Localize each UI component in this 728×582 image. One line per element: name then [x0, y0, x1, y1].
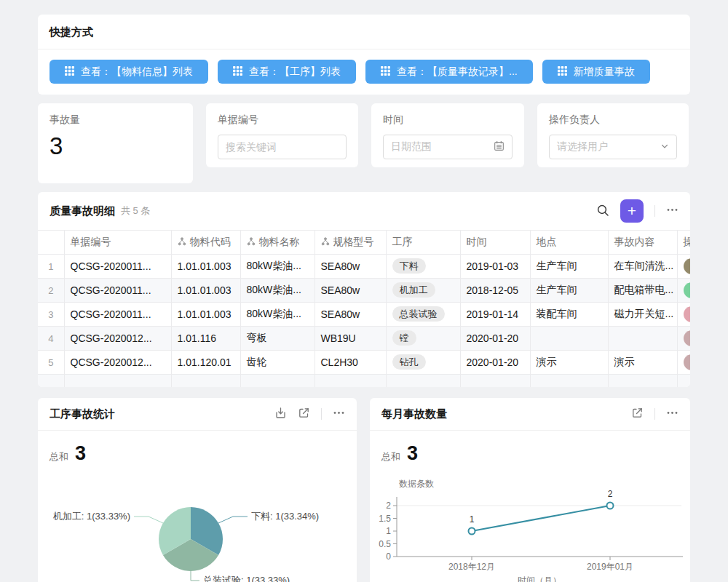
- cell-material-name: 80kW柴油...: [240, 303, 314, 327]
- shortcut-label: 查看：【质量事故记录】...: [397, 65, 518, 79]
- column-header[interactable]: 规格型号: [314, 231, 386, 255]
- cell-date: 2020-01-20: [460, 327, 530, 351]
- empty-cell: [386, 375, 460, 388]
- table-row[interactable]: 1QCSG-2020011...1.01.01.00380kW柴油...SEA8…: [38, 255, 690, 279]
- cell-place: 生产车间: [530, 255, 608, 279]
- table-more-button[interactable]: [666, 204, 678, 218]
- external-link-icon: [298, 407, 310, 421]
- add-record-button[interactable]: +: [620, 199, 644, 223]
- row-number: 5: [38, 351, 64, 375]
- column-header[interactable]: 物料名称: [240, 231, 314, 255]
- pie-leader-line: [134, 517, 163, 523]
- column-header[interactable]: 地点: [530, 231, 608, 255]
- table-row[interactable]: 5QCSG-2020012...1.01.120.01齿轮CL2H30钻孔202…: [38, 351, 690, 375]
- process-tag: 镗: [392, 330, 416, 346]
- operator-select[interactable]: 请选择用户: [549, 135, 677, 159]
- shortcuts-card: 快捷方式 查看：【物料信息】列表 查看：【工序】列表 查看：【质量事故记录】..…: [38, 15, 690, 95]
- pie-leader-line: [218, 517, 248, 523]
- ellipsis-icon: [333, 407, 345, 421]
- cell-operator: [677, 351, 690, 375]
- x-axis-title: 时间（月）: [518, 575, 561, 582]
- avatar: [684, 354, 691, 370]
- doc-no-search-input[interactable]: [226, 141, 339, 153]
- cell-operator: [677, 279, 690, 303]
- empty-cell: [240, 375, 314, 388]
- data-line: [472, 506, 610, 531]
- cell-content: 配电箱带电...: [608, 279, 677, 303]
- avatar: [684, 330, 691, 346]
- line-more-button[interactable]: [666, 407, 678, 421]
- cell-process: 下料: [386, 255, 460, 279]
- external-link-icon: [631, 407, 644, 421]
- grid-icon: [558, 66, 567, 78]
- divider: [654, 408, 655, 420]
- search-icon: [596, 204, 609, 219]
- table-row[interactable]: 3QCSG-2020011...1.01.01.00380kW柴油...SEA8…: [38, 303, 690, 327]
- pie-label-jijiagong: 机加工: 1(33.33%): [53, 511, 130, 522]
- column-header[interactable]: 单据编号: [64, 231, 171, 255]
- line-total-value: 3: [407, 442, 418, 465]
- empty-row: [38, 375, 690, 388]
- divider: [321, 408, 322, 420]
- divider: [654, 205, 655, 217]
- shortcut-view-material-list-button[interactable]: 查看：【物料信息】列表: [50, 60, 208, 84]
- open-in-new-button[interactable]: [631, 407, 644, 421]
- shortcut-view-process-list-button[interactable]: 查看：【工序】列表: [218, 60, 356, 84]
- cell-place: 演示: [530, 351, 608, 375]
- pie-chart-title: 工序事故统计: [50, 407, 115, 421]
- empty-cell: [608, 375, 677, 388]
- cell-material-code: 1.01.120.01: [171, 351, 240, 375]
- time-filter-label: 时间: [371, 103, 524, 127]
- download-button[interactable]: [274, 407, 287, 421]
- cell-operator: [677, 255, 690, 279]
- cell-doc-no: QCSG-2020012...: [64, 351, 171, 375]
- shortcut-label: 新增质量事故: [574, 65, 635, 79]
- cell-material-code: 1.01.01.003: [171, 279, 240, 303]
- cell-content: 磁力开关短...: [608, 303, 677, 327]
- cell-material-code: 1.01.116: [171, 327, 240, 351]
- y-tick-label: 2: [386, 501, 391, 511]
- date-range-placeholder: 日期范围: [391, 140, 432, 154]
- data-point-1[interactable]: [469, 528, 475, 535]
- chevron-down-icon: [660, 141, 669, 153]
- pie-leader-line: [191, 571, 199, 581]
- x-tick-label-2: 2019年01月: [587, 562, 633, 572]
- plus-icon: +: [628, 202, 636, 219]
- cell-spec: SEA80w: [314, 279, 386, 303]
- grid-icon: [233, 66, 242, 78]
- y-tick-label: 1.5: [379, 514, 391, 524]
- empty-cell: [677, 375, 690, 388]
- avatar: [684, 306, 691, 322]
- cell-date: 2019-01-03: [460, 255, 530, 279]
- shortcut-add-incident-button[interactable]: 新增质量事故: [542, 60, 650, 84]
- column-header[interactable]: 物料代码: [171, 231, 240, 255]
- search-button[interactable]: [596, 204, 609, 219]
- table-row[interactable]: 4QCSG-2020012...1.01.116弯板WB19U镗2020-01-…: [38, 327, 690, 351]
- data-label-1: 1: [470, 514, 475, 525]
- y-axis-title: 数据条数: [399, 479, 434, 489]
- column-header[interactable]: 工序: [386, 231, 460, 255]
- pie-label-zongzhuang: 总装试验: 1(33.33%): [202, 575, 290, 582]
- pie-total-value: 3: [75, 442, 86, 465]
- shortcuts-button-row: 查看：【物料信息】列表 查看：【工序】列表 查看：【质量事故记录】... 新增质…: [38, 49, 690, 95]
- time-filter-card: 时间 日期范围: [371, 103, 524, 167]
- date-range-picker[interactable]: 日期范围: [383, 135, 513, 159]
- table-row[interactable]: 2QCSG-2020011...1.01.01.00380kW柴油...SEA8…: [38, 279, 690, 303]
- row-number: 1: [38, 255, 64, 279]
- pie-total-label: 总和: [50, 450, 68, 463]
- column-header[interactable]: 操作负责人: [677, 231, 690, 255]
- cell-process: 钻孔: [386, 351, 460, 375]
- cell-spec: SEA80w: [314, 303, 386, 327]
- column-header[interactable]: 时间: [460, 231, 530, 255]
- charts-row: 工序事故统计 总和 3 下料: 1(33.34%): [38, 398, 690, 582]
- cell-place: [530, 327, 608, 351]
- cell-content: 在车间清洗...: [608, 255, 677, 279]
- calendar-icon: [494, 140, 505, 154]
- shortcut-view-incident-records-button[interactable]: 查看：【质量事故记录】...: [365, 60, 533, 84]
- pie-more-button[interactable]: [333, 407, 345, 421]
- cell-process: 机加工: [386, 279, 460, 303]
- column-header[interactable]: 事故内容: [608, 231, 677, 255]
- data-point-2[interactable]: [607, 503, 614, 509]
- open-in-new-button[interactable]: [298, 407, 310, 421]
- process-stats-card: 工序事故统计 总和 3 下料: 1(33.34%): [38, 398, 357, 582]
